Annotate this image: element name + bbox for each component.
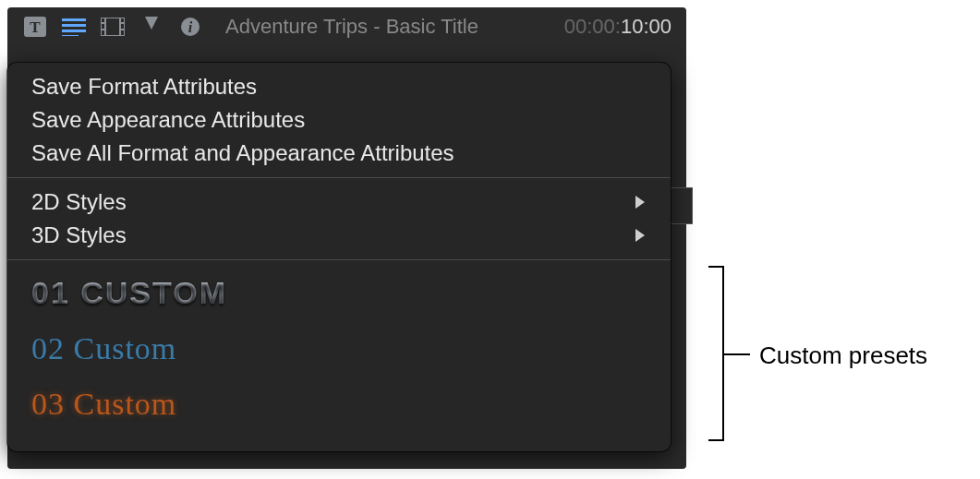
- timecode-dim: 00:00:: [564, 15, 621, 38]
- 3d-styles-submenu[interactable]: 3D Styles: [7, 219, 671, 252]
- svg-rect-2: [62, 18, 86, 21]
- svg-rect-7: [104, 18, 106, 36]
- chevron-right-icon: [634, 189, 647, 215]
- clip-title: Adventure Trips - Basic Title: [225, 15, 478, 39]
- menu-item-label: Save Appearance Attributes: [31, 107, 305, 133]
- custom-preset-01[interactable]: 01 CUSTOM: [7, 268, 671, 324]
- svg-rect-6: [101, 18, 125, 36]
- svg-rect-5: [62, 35, 79, 36]
- preset-dropdown-menu: Save Format Attributes Save Appearance A…: [7, 63, 671, 451]
- 2d-styles-submenu[interactable]: 2D Styles: [7, 186, 671, 219]
- callout-annotation: Custom presets: [702, 266, 961, 446]
- preset-label: 02 Custom: [31, 331, 176, 365]
- save-appearance-attributes[interactable]: Save Appearance Attributes: [7, 103, 671, 137]
- svg-rect-3: [62, 24, 86, 27]
- menu-separator: [7, 259, 671, 260]
- save-all-attributes[interactable]: Save All Format and Appearance Attribute…: [7, 137, 671, 170]
- inspector-panel: T: [7, 7, 686, 469]
- inspector-top-bar: T: [7, 7, 686, 46]
- menu-separator: [7, 177, 671, 178]
- panel-edge-decoration: [667, 187, 693, 224]
- svg-rect-12: [121, 29, 125, 30]
- custom-preset-02[interactable]: 02 Custom: [7, 324, 671, 379]
- callout-label: Custom presets: [759, 341, 927, 370]
- filmstrip-icon[interactable]: [100, 16, 126, 38]
- menu-item-label: Save All Format and Appearance Attribute…: [31, 140, 454, 166]
- svg-text:i: i: [188, 19, 193, 35]
- chevron-right-icon: [634, 222, 647, 248]
- menu-item-label: 2D Styles: [31, 189, 127, 215]
- timecode-bright: 10:00: [621, 15, 671, 38]
- custom-preset-03[interactable]: 03 Custom: [7, 379, 671, 435]
- cursor-icon[interactable]: [139, 16, 164, 38]
- callout-bracket-icon: [702, 266, 724, 441]
- preset-label: 03 Custom: [31, 387, 176, 421]
- save-format-attributes[interactable]: Save Format Attributes: [7, 70, 671, 103]
- svg-text:T: T: [30, 18, 41, 36]
- preset-label: 01 CUSTOM: [31, 275, 227, 310]
- svg-rect-8: [119, 18, 121, 36]
- paragraph-icon[interactable]: [61, 16, 87, 38]
- text-tool-icon[interactable]: T: [22, 16, 48, 38]
- svg-rect-11: [121, 22, 125, 24]
- svg-rect-9: [101, 22, 104, 24]
- menu-item-label: Save Format Attributes: [31, 74, 257, 100]
- menu-item-label: 3D Styles: [31, 222, 127, 248]
- svg-rect-10: [101, 29, 104, 30]
- timecode: 00:00:10:00: [564, 15, 671, 39]
- svg-rect-4: [62, 30, 86, 32]
- info-icon[interactable]: i: [177, 16, 203, 38]
- callout-stem: [724, 353, 750, 355]
